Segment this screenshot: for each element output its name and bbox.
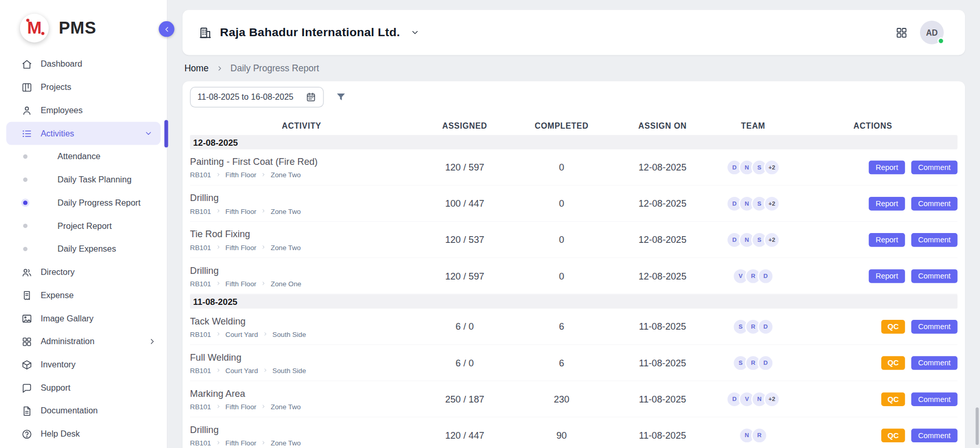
sidebar-subitem-attendance[interactable]: Attendance	[0, 145, 167, 168]
team-avatars: SRD	[718, 354, 788, 370]
sidebar-item-dashboard[interactable]: Dashboard	[0, 53, 167, 76]
report-button[interactable]: Report	[869, 269, 905, 283]
sidebar-item-expense[interactable]: Expense	[0, 284, 167, 307]
team-extra-count[interactable]: +2	[764, 159, 780, 175]
qc-button[interactable]: QC	[881, 392, 905, 406]
team-avatar: D	[757, 354, 773, 370]
report-button[interactable]: Report	[869, 196, 905, 210]
breadcrumb-home[interactable]: Home	[184, 62, 209, 74]
sidebar-item-label: Image Gallary	[41, 314, 94, 323]
activity-title: Marking Area	[190, 388, 413, 398]
assign-on-value: 12-08-2025	[607, 234, 718, 245]
sidebar-subitem-label: Daily Task Planning	[57, 175, 131, 184]
assigned-value: 120 / 597	[413, 162, 517, 173]
row-actions: QCComment	[788, 428, 958, 442]
filter-icon[interactable]	[335, 91, 347, 103]
sidebar-item-label: Projects	[41, 83, 71, 92]
sidebar-item-documentation[interactable]: Documentation	[0, 399, 167, 423]
completed-value: 0	[516, 198, 606, 209]
qc-button[interactable]: QC	[881, 428, 905, 442]
sidebar-subitem-daily-expenses[interactable]: Daily Expenses	[0, 237, 167, 260]
comment-button[interactable]: Comment	[911, 196, 958, 210]
sidebar-subitem-project-report[interactable]: Project Report	[0, 214, 167, 238]
path-segment: Court Yard	[225, 366, 258, 374]
comment-button[interactable]: Comment	[911, 269, 958, 283]
activity-title: Drilling	[190, 424, 413, 435]
column-header-actions: ACTIONS	[788, 121, 958, 130]
report-button[interactable]: Report	[869, 160, 905, 174]
sidebar-subitem-daily-progress-report[interactable]: Daily Progress Report	[0, 191, 167, 214]
completed-value: 0	[516, 271, 606, 282]
comment-button[interactable]: Comment	[911, 428, 958, 442]
assigned-value: 120 / 597	[413, 271, 517, 282]
comment-button[interactable]: Comment	[911, 392, 958, 406]
report-table: 12-08-2025Painting - First Coat (Fire Re…	[190, 135, 958, 448]
team-avatars: NR	[718, 427, 788, 443]
chevron-right-icon	[215, 331, 221, 337]
table-row: Tack WeldingRB101Court YardSouth Side6 /…	[190, 308, 958, 345]
activity-path: RB101Fifth FloorZone Two	[190, 171, 413, 179]
sidebar-subitem-daily-task-planning[interactable]: Daily Task Planning	[0, 168, 167, 191]
assign-on-value: 12-08-2025	[607, 162, 718, 173]
apps-grid-icon[interactable]	[895, 26, 908, 39]
comment-button[interactable]: Comment	[911, 160, 958, 174]
date-range-input[interactable]: 11-08-2025 to 16-08-2025	[190, 87, 324, 107]
path-segment: South Side	[272, 330, 306, 338]
report-button[interactable]: Report	[869, 233, 905, 246]
sidebar-item-activities[interactable]: Activities	[6, 122, 161, 145]
path-segment: Fifth Floor	[225, 403, 256, 410]
team-extra-count[interactable]: +2	[764, 195, 780, 211]
app-window: M PMS DashboardProjectsEmployeesActiviti…	[0, 0, 980, 448]
completed-value: 230	[516, 394, 606, 405]
sidebar-item-label: Dashboard	[41, 59, 82, 69]
path-segment: Fifth Floor	[225, 207, 256, 215]
qc-button[interactable]: QC	[881, 320, 905, 334]
chevron-right-icon	[215, 440, 221, 445]
chevron-right-icon	[215, 281, 221, 286]
comment-button[interactable]: Comment	[911, 356, 958, 370]
assign-on-value: 12-08-2025	[607, 198, 718, 209]
comment-button[interactable]: Comment	[911, 320, 958, 334]
breadcrumb: Home Daily Progress Report	[182, 55, 965, 81]
path-segment: RB101	[190, 330, 211, 338]
team-avatars: VRD	[718, 268, 788, 284]
sidebar-item-support[interactable]: Support	[0, 376, 167, 399]
assigned-value: 120 / 447	[413, 430, 517, 441]
building-icon	[199, 26, 212, 39]
team-avatars: DNS+2	[718, 195, 788, 211]
sidebar-item-image-gallary[interactable]: Image Gallary	[0, 307, 167, 330]
activity-title: Tack Welding	[190, 315, 413, 326]
comment-button[interactable]: Comment	[911, 233, 958, 246]
assign-on-value: 12-08-2025	[607, 271, 718, 282]
activity-path: RB101Fifth FloorZone Two	[190, 207, 413, 215]
qc-button[interactable]: QC	[881, 356, 905, 370]
sidebar-item-directory[interactable]: Directory	[0, 260, 167, 284]
directory-icon	[21, 267, 33, 278]
scrollbar-thumb[interactable]	[976, 407, 979, 445]
bullet-dot-icon	[23, 155, 27, 159]
path-segment: RB101	[190, 439, 211, 446]
inventory-icon	[21, 359, 33, 370]
path-segment: Court Yard	[225, 330, 258, 338]
sidebar-item-employees[interactable]: Employees	[0, 99, 167, 122]
activity-cell: Full WeldingRB101Court YardSouth Side	[190, 351, 413, 374]
sidebar-item-administration[interactable]: Administration	[0, 330, 167, 353]
completed-value: 90	[516, 430, 606, 441]
activity-cell: DrillingRB101Fifth FloorZone Two	[190, 424, 413, 446]
assign-on-value: 11-08-2025	[607, 430, 718, 441]
assign-on-value: 11-08-2025	[607, 321, 718, 332]
expense-icon	[21, 289, 33, 301]
company-selector[interactable]: Raja Bahadur International Ltd.	[199, 26, 420, 40]
sidebar-item-inventory[interactable]: Inventory	[0, 353, 167, 376]
sidebar-item-help-desk[interactable]: Help Desk	[0, 422, 167, 445]
table-row: Painting - First Coat (Fire Red)RB101Fif…	[190, 149, 958, 186]
team-avatars: DVN+2	[718, 391, 788, 407]
chevron-down-icon	[410, 27, 420, 37]
sidebar-subitem-label: Daily Expenses	[57, 244, 116, 254]
sidebar-item-projects[interactable]: Projects	[0, 75, 167, 99]
sidebar-collapse-button[interactable]	[159, 21, 174, 37]
team-extra-count[interactable]: +2	[764, 231, 780, 248]
team-extra-count[interactable]: +2	[764, 391, 780, 407]
column-header-completed: COMPLETED	[516, 121, 606, 130]
user-avatar[interactable]: AD	[920, 21, 944, 44]
